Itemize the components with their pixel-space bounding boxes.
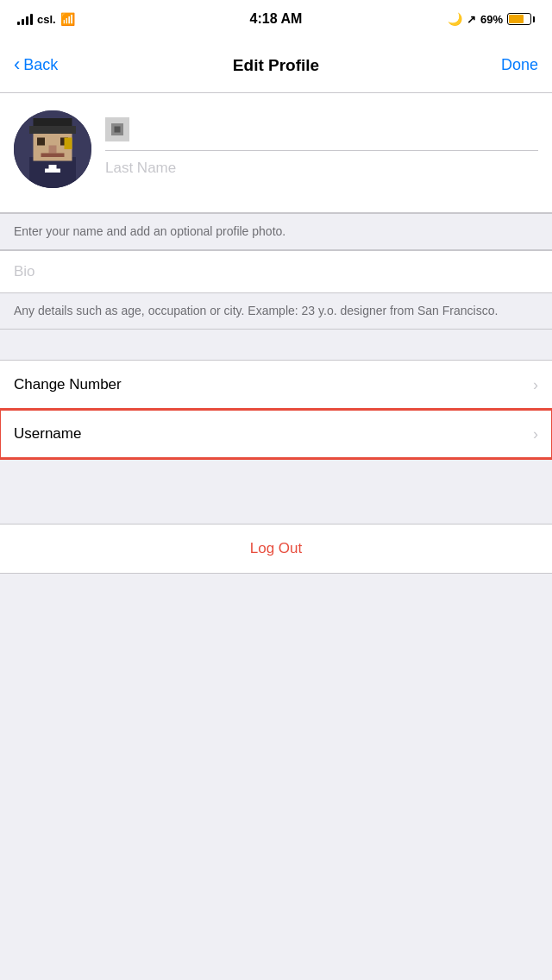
svg-rect-3 xyxy=(29,126,76,134)
battery-icon xyxy=(507,13,535,25)
svg-rect-11 xyxy=(65,138,72,150)
chevron-left-icon: ‹ xyxy=(14,53,20,76)
bottom-gap xyxy=(0,574,552,643)
status-right: 🌙 ↗ 69% xyxy=(448,12,535,26)
chevron-right-icon: › xyxy=(533,376,538,394)
done-button[interactable]: Done xyxy=(501,56,538,74)
bio-hint-section: Any details such as age, occupation or c… xyxy=(0,293,552,330)
profile-section xyxy=(0,93,552,188)
gap-1 xyxy=(0,330,552,360)
location-icon: ↗ xyxy=(467,13,476,26)
username-right: › xyxy=(533,425,538,443)
change-number-section: Change Number › xyxy=(0,360,552,409)
svg-rect-5 xyxy=(37,138,45,146)
last-name-input[interactable] xyxy=(105,160,288,177)
svg-rect-10 xyxy=(45,169,60,173)
wifi-icon: 📶 xyxy=(60,12,75,26)
battery-percentage: 69% xyxy=(480,13,503,26)
svg-rect-8 xyxy=(41,154,65,158)
name-hint-section xyxy=(0,188,552,213)
name-hint-bg: Enter your name and add an optional prof… xyxy=(0,213,552,250)
last-name-row xyxy=(105,160,538,177)
status-left: csl. 📶 xyxy=(17,12,104,26)
username-row[interactable]: Username › xyxy=(0,410,552,458)
first-name-input[interactable] xyxy=(136,121,538,138)
bio-hint-text: Any details such as age, occupation or c… xyxy=(14,304,498,317)
moon-icon: 🌙 xyxy=(448,12,462,26)
svg-rect-7 xyxy=(49,146,57,154)
carrier-label: csl. xyxy=(37,13,56,26)
username-label: Username xyxy=(14,425,81,443)
avatar[interactable] xyxy=(14,110,91,188)
change-number-label: Change Number xyxy=(14,376,122,393)
status-bar: csl. 📶 4:18 AM 🌙 ↗ 69% xyxy=(0,0,552,38)
change-number-row[interactable]: Change Number › xyxy=(0,361,552,409)
gap-2 xyxy=(0,459,552,493)
bio-input[interactable] xyxy=(14,263,538,280)
back-button[interactable]: ‹ Back xyxy=(14,54,58,76)
logout-section: Log Out xyxy=(0,524,552,574)
bio-row xyxy=(0,251,552,293)
change-number-right: › xyxy=(533,376,538,394)
logout-button[interactable]: Log Out xyxy=(0,525,552,573)
nav-bar: ‹ Back Edit Profile Done xyxy=(0,38,552,93)
signal-icon xyxy=(17,13,33,25)
first-name-row xyxy=(105,117,538,151)
logout-label: Log Out xyxy=(250,540,303,557)
status-time: 4:18 AM xyxy=(250,11,303,27)
bio-section xyxy=(0,250,552,293)
first-name-icon xyxy=(105,117,129,141)
name-fields xyxy=(105,110,538,177)
username-chevron-icon: › xyxy=(533,425,538,443)
name-hint-text: Enter your name and add an optional prof… xyxy=(14,224,285,238)
page-title: Edit Profile xyxy=(233,56,319,75)
svg-rect-14 xyxy=(115,127,121,133)
back-label: Back xyxy=(23,56,58,74)
